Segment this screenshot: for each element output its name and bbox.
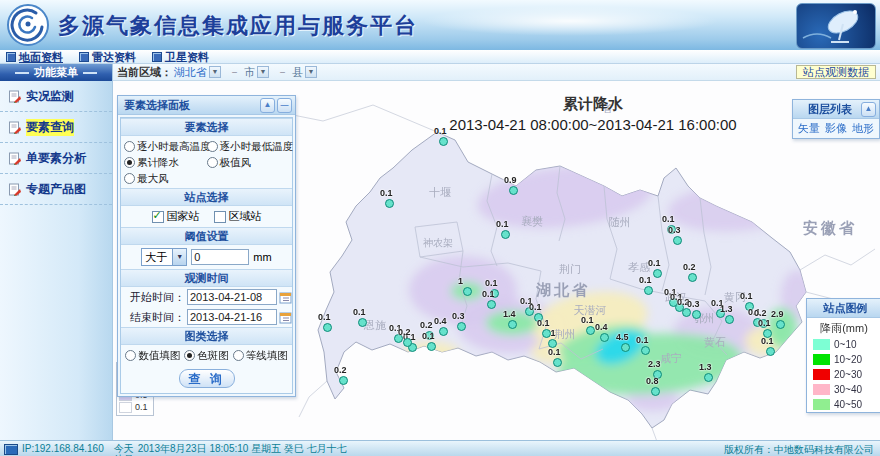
legend-swatch xyxy=(813,369,830,380)
end-time-input[interactable] xyxy=(187,309,277,325)
radio-option[interactable]: 极值风 xyxy=(207,154,290,170)
start-time-input[interactable] xyxy=(187,289,277,305)
station-dot-icon xyxy=(501,230,510,239)
station-dot-icon xyxy=(463,287,472,296)
document-pencil-icon xyxy=(8,183,21,196)
station-dot-icon xyxy=(653,269,662,278)
station-value: 0.1 xyxy=(581,315,594,325)
document-pencil-icon xyxy=(8,90,21,103)
layers-collapse-button[interactable]: ▲ xyxy=(861,102,876,117)
menubar-item-label: 地面资料 xyxy=(19,51,63,63)
menubar-item-label: 雷达资料 xyxy=(92,51,136,63)
sidebar-item-label: 单要素分析 xyxy=(26,150,86,167)
map-area[interactable]: 十堰襄樊随州神农架荆门湖北省天潜河孝感武汉鄂州黄冈黄石咸宁恩施荆州安徽省省 0.… xyxy=(113,81,880,440)
menubar-item[interactable]: 地面资料 xyxy=(6,51,63,63)
radio-option[interactable]: 累计降水 xyxy=(124,154,207,170)
region-toolbar: 当前区域： 湖北省 ▼ － 市 ▼ － 县 ▼ 站点观测数据 xyxy=(113,64,880,81)
breadcrumb-level[interactable]: － 县 ▼ xyxy=(273,65,317,80)
checkbox-option[interactable]: 国家站 xyxy=(152,209,200,224)
sidebar-item-label: 实况监测 xyxy=(26,88,74,105)
breadcrumb-level[interactable]: 湖北省 ▼ xyxy=(174,65,221,80)
threshold-value-input[interactable] xyxy=(191,249,249,265)
radio-icon xyxy=(207,141,218,152)
station-value: 0.1 xyxy=(662,214,675,224)
checkbox-option[interactable]: 区域站 xyxy=(214,209,262,224)
station-value: 0.9 xyxy=(504,175,517,185)
station-value: 0.1 xyxy=(758,318,771,328)
radio-label: 逐小时最高温度 xyxy=(137,138,211,154)
station-dot-icon xyxy=(644,286,653,295)
station-value: 0.1 xyxy=(639,275,652,285)
radio-icon xyxy=(207,157,218,168)
computer-icon xyxy=(4,444,18,455)
sidebar-menu: 实况监测 要素查询 单要素分析 专题产品图 xyxy=(0,81,112,205)
chevron-down-icon[interactable]: ▼ xyxy=(209,66,221,78)
station-dot-icon xyxy=(358,318,367,327)
radio-label: 数值填图 xyxy=(138,347,180,363)
station-value: 0.2 xyxy=(334,365,347,375)
station-value: 0.1 xyxy=(548,347,561,357)
station-value: 4.5 xyxy=(616,332,629,342)
satellite-dish-image xyxy=(796,3,876,49)
query-button[interactable]: 查 询 xyxy=(179,369,235,388)
station-dot-icon xyxy=(766,347,775,356)
station-legend-title: 站点图例 xyxy=(824,301,868,316)
station-value: 0.4 xyxy=(434,316,447,326)
section-header-element: 要素选择 xyxy=(121,118,292,136)
menubar-item[interactable]: 雷达资料 xyxy=(79,51,136,63)
station-value: 0.2 xyxy=(683,262,696,272)
station-dot-icon xyxy=(641,346,650,355)
region-label: 当前区域： xyxy=(117,65,172,80)
threshold-operator-select[interactable]: 大于 ▼ xyxy=(141,248,187,266)
radio-label: 逐小时最低温度 xyxy=(220,138,294,154)
sidebar-item[interactable]: 单要素分析 xyxy=(0,143,112,174)
station-dot-icon xyxy=(688,273,697,282)
sidebar-item[interactable]: 实况监测 xyxy=(0,81,112,112)
radio-label: 色斑图 xyxy=(197,347,229,363)
breadcrumb-level[interactable]: － 市 ▼ xyxy=(225,65,269,80)
menubar-item[interactable]: 卫星资料 xyxy=(152,51,209,63)
station-dot-icon xyxy=(725,315,734,324)
station-dot-icon xyxy=(439,327,448,336)
radio-label: 等线填图 xyxy=(246,347,288,363)
sidebar-item-label: 专题产品图 xyxy=(26,181,86,198)
contour-swatch xyxy=(119,402,132,413)
sidebar-item[interactable]: 要素查询 xyxy=(0,112,112,143)
cloud-decoration xyxy=(420,6,720,36)
chevron-down-icon[interactable]: ▼ xyxy=(257,66,269,78)
legend-range-label: 10~20 xyxy=(834,354,862,365)
radio-option[interactable]: 最大风 xyxy=(124,170,207,186)
panel-collapse-button[interactable]: ▲ xyxy=(260,98,275,113)
section-header-station: 站点选择 xyxy=(121,188,292,206)
station-value: 1.3 xyxy=(699,362,712,372)
radio-option[interactable]: 逐小时最低温度 xyxy=(207,138,290,154)
sidebar-item[interactable]: 专题产品图 xyxy=(0,174,112,205)
contour-legend-row: 0.1 xyxy=(119,401,151,413)
calendar-icon[interactable] xyxy=(279,311,292,324)
element-select-panel: 要素选择面板 ▲ — 要素选择 逐小时最高温度 逐小时最低温度 累计降水 极值风… xyxy=(117,95,296,397)
radio-option[interactable]: 等线填图 xyxy=(233,347,288,363)
layer-link[interactable]: 影像 xyxy=(825,121,847,136)
station-dot-icon xyxy=(427,342,436,351)
calendar-icon[interactable] xyxy=(279,291,292,304)
station-value: 0.1 xyxy=(380,188,393,198)
station-value: 2.3 xyxy=(648,359,661,369)
layer-link[interactable]: 矢量 xyxy=(798,121,820,136)
station-value: 0.1 xyxy=(636,335,649,345)
chevron-down-icon[interactable]: ▼ xyxy=(305,66,317,78)
layers-panel-title: 图层列表 xyxy=(808,102,852,117)
section-header-time: 观测时间 xyxy=(121,269,292,287)
layer-link[interactable]: 地形 xyxy=(852,121,874,136)
radio-icon xyxy=(124,157,135,168)
station-dot-icon xyxy=(553,358,562,367)
station-data-button[interactable]: 站点观测数据 xyxy=(796,65,876,79)
radio-option[interactable]: 数值填图 xyxy=(125,347,180,363)
legend-swatch xyxy=(813,339,830,350)
station-value: 0.8 xyxy=(646,376,659,386)
station-value: 0.3 xyxy=(668,225,681,235)
radio-option[interactable]: 逐小时最高温度 xyxy=(124,138,207,154)
panel-minimize-button[interactable]: — xyxy=(277,98,292,113)
radio-option[interactable]: 色斑图 xyxy=(184,347,229,363)
station-dot-icon xyxy=(508,320,517,329)
station-dot-icon xyxy=(600,333,609,342)
